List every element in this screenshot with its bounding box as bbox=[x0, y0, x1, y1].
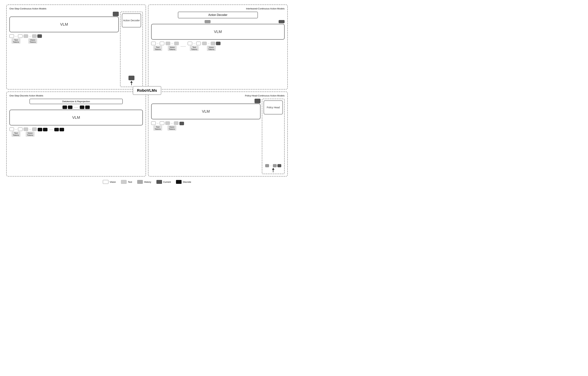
q4-input-token-1 bbox=[265, 164, 269, 167]
q3-black-b4 bbox=[60, 128, 64, 131]
q1-vlm-label: VLM bbox=[60, 22, 68, 27]
legend-current-label: Current bbox=[163, 181, 171, 183]
q3-vlm-label: VLM bbox=[72, 115, 80, 120]
q1-token-dg-1 bbox=[37, 34, 42, 38]
q2-text-token-group-1: ··· TextTokens bbox=[151, 42, 164, 51]
q1-token-lg-1 bbox=[23, 34, 28, 38]
q4-input-token-2 bbox=[273, 164, 277, 167]
q2-token-lg-4 bbox=[211, 42, 215, 45]
q1-left: VLM ··· TextTokens bbox=[10, 12, 119, 87]
q3-black-3 bbox=[80, 105, 84, 109]
q3-black-b1 bbox=[38, 128, 42, 131]
q2-vlm-box: VLM bbox=[151, 24, 284, 40]
q4-title: Policy-Head-Continuous-Action-Models bbox=[151, 94, 284, 97]
q3-black-2 bbox=[68, 105, 72, 109]
legend-history-box bbox=[137, 180, 143, 184]
legend: Vision Text History Current Discrete bbox=[5, 178, 289, 185]
center-label: RoboVLMs bbox=[133, 86, 161, 95]
q1-token-lg-2 bbox=[32, 34, 37, 38]
q4-current-token bbox=[179, 122, 184, 125]
q4-token-lg-1 bbox=[165, 121, 170, 125]
main-container: RoboVLMs One-Step-Continuous-Action Mode… bbox=[0, 0, 294, 188]
q3-detokenizer-box: Detokenizer & Reprojection bbox=[30, 99, 123, 104]
q4-arrow-head bbox=[272, 168, 274, 170]
q1-token-white-1 bbox=[10, 34, 14, 38]
q2-token-w-4 bbox=[196, 42, 201, 45]
q2-vision-label-2: VisionTokens bbox=[207, 46, 216, 51]
q4-text-token-group: ··· TextTokens bbox=[151, 121, 164, 131]
q4-left: VLM ··· TextTokens bbox=[151, 99, 261, 174]
q3-black-4 bbox=[85, 105, 90, 109]
quadrant-top-left: One-Step-Continuous-Action Models VLM bbox=[6, 5, 146, 89]
q4-arrow-shaft bbox=[273, 170, 273, 172]
legend-history-label: History bbox=[144, 181, 151, 183]
q4-arrow-up bbox=[272, 168, 274, 172]
legend-vision-label: Vision bbox=[110, 181, 116, 183]
q2-action-decoder-label: Action Decoder bbox=[208, 13, 227, 16]
q1-inner: VLM ··· TextTokens bbox=[10, 12, 143, 87]
q1-text-token-group: ··· TextTokens bbox=[10, 34, 22, 44]
q4-inner: VLM ··· TextTokens bbox=[151, 99, 284, 174]
q1-right: Action Decoder bbox=[120, 12, 143, 87]
legend-discrete: Discrete bbox=[176, 180, 191, 184]
legend-text-box bbox=[121, 180, 127, 184]
q2-token-lg-3 bbox=[202, 42, 207, 45]
q4-policy-head-box: Policy Head bbox=[264, 100, 283, 115]
q3-vlm-box: VLM bbox=[10, 110, 143, 125]
q1-vlm-box: VLM bbox=[10, 17, 119, 32]
diagram-quadrants: RoboVLMs One-Step-Continuous-Action Mode… bbox=[5, 3, 289, 178]
legend-discrete-box bbox=[176, 180, 182, 184]
q4-policy-head-label: Policy Head bbox=[267, 106, 280, 109]
q2-sep-token-1 bbox=[205, 20, 211, 23]
q4-input-token-3 bbox=[277, 164, 281, 167]
legend-vision: Vision bbox=[103, 180, 116, 184]
legend-text: Text bbox=[121, 180, 132, 184]
q1-token-white-2 bbox=[18, 34, 22, 38]
legend-vision-box bbox=[103, 180, 109, 184]
legend-current: Current bbox=[156, 180, 171, 184]
q1-dashed-wrapper: Action Decoder bbox=[120, 12, 143, 87]
q2-sep-token-2 bbox=[279, 20, 284, 23]
q3-title: One-Step-Discrete-Action Models bbox=[10, 94, 143, 97]
q3-token-lg-2 bbox=[32, 127, 37, 131]
q1-vision-token-group: ··· VisionTokens bbox=[23, 34, 42, 44]
q1-vision-tokens-label: VisionTokens bbox=[28, 38, 37, 44]
q2-token-w-2 bbox=[160, 42, 164, 45]
q1-action-decoder-box: Action Decoder bbox=[122, 13, 141, 27]
q2-text-label-1: TextTokens bbox=[153, 46, 162, 51]
q1-input-token bbox=[129, 76, 134, 80]
q4-vision-token-group: ··· VisionTokens bbox=[165, 121, 178, 131]
q2-token-dg-1 bbox=[216, 42, 220, 45]
legend-text-label: Text bbox=[128, 181, 132, 183]
q3-black-b2 bbox=[43, 128, 47, 131]
quadrant-bottom-right: Policy-Head-Continuous-Action-Models VLM bbox=[148, 92, 288, 177]
q2-text-token-group-2: ··· TextTokens bbox=[188, 42, 201, 51]
q2-title: Interleaved-Continuous-Action-Models bbox=[151, 7, 284, 10]
q4-right: Policy Head ··· bbox=[262, 99, 284, 174]
q4-token-row: ··· TextTokens ··· Vi bbox=[151, 121, 261, 131]
q1-title: One-Step-Continuous-Action Models bbox=[10, 7, 143, 10]
q2-token-lg-1 bbox=[166, 42, 170, 45]
q2-token-w-1 bbox=[151, 42, 156, 45]
q4-token-w-2 bbox=[160, 121, 164, 125]
q2-vision-label-1: VisionTokens bbox=[168, 46, 177, 51]
q1-text-tokens-label: TextTokens bbox=[11, 38, 21, 44]
q3-vision-token-group: ··· VisionTokens bbox=[23, 127, 37, 137]
quadrant-top-right: Interleaved-Continuous-Action-Models Act… bbox=[148, 5, 288, 89]
q3-detokenizer-label: Detokenizer & Reprojection bbox=[62, 100, 90, 103]
q3-black-1 bbox=[63, 105, 67, 109]
q2-token-row: ··· TextTokens ··· VisionTokens ······· bbox=[151, 42, 284, 51]
q3-vision-tokens-label: VisionTokens bbox=[26, 132, 34, 137]
q1-action-decoder-label: Action Decoder bbox=[123, 19, 140, 22]
q3-bottom-token-row: ··· TextTokens ··· VisionTokens bbox=[10, 127, 143, 137]
legend-history: History bbox=[137, 180, 151, 184]
q4-token-w-1 bbox=[151, 121, 156, 125]
quadrant-bottom-left: One-Step-Discrete-Action Models Detokeni… bbox=[6, 92, 146, 177]
q1-arrow-up bbox=[130, 81, 133, 85]
q2-vision-token-group-2: ··· VisionTokens bbox=[202, 42, 220, 51]
legend-discrete-label: Discrete bbox=[183, 181, 191, 183]
q1-current-token-top bbox=[113, 12, 119, 16]
q2-vlm-label: VLM bbox=[214, 30, 222, 34]
q4-vision-tokens-label: VisionTokens bbox=[167, 125, 176, 131]
q3-text-token-group: ··· TextTokens bbox=[10, 127, 22, 137]
